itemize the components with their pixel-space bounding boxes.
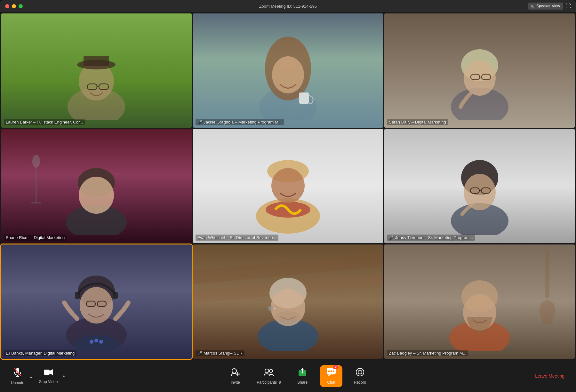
record-label: Record <box>354 380 366 385</box>
person-silhouette-8 <box>251 264 325 351</box>
name-label-5: Evan Whelchel – Sr. Director of Revenue.… <box>196 235 278 241</box>
svg-point-17 <box>32 155 40 168</box>
svg-rect-39 <box>75 292 80 299</box>
title-bar-right: ⊞ Speaker View ⛶ <box>528 3 571 10</box>
stop-video-caret-button[interactable]: ▲ <box>62 374 65 387</box>
svg-marker-75 <box>328 374 331 377</box>
name-label-4: Shane Rice — Digital Marketing <box>4 235 67 241</box>
svg-point-50 <box>275 311 301 323</box>
participants-icon <box>264 368 274 379</box>
person-silhouette-5 <box>251 146 325 235</box>
share-label: Share <box>297 380 308 385</box>
name-label-8: 🎤 Marcus Stangl– SDR <box>196 350 244 356</box>
chat-button[interactable]: 2 Chat <box>320 365 342 387</box>
record-icon <box>356 368 364 379</box>
toolbar-left-group: Unmute ▲ Stop Video ▲ <box>6 365 65 388</box>
toolbar: Unmute ▲ Stop Video ▲ <box>0 360 576 392</box>
mic-icon-8: 🎤 <box>197 351 203 356</box>
speaker-view-button[interactable]: ⊞ Speaker View <box>528 3 563 10</box>
video-tile-4: Shane Rice — Digital Marketing <box>1 129 192 243</box>
video-tile-6: 🎤 Jenny Tiemann – Sr. Marketing Program.… <box>384 129 575 243</box>
record-icon-svg <box>356 368 364 377</box>
svg-point-76 <box>328 370 330 372</box>
toolbar-center-group: Invite Participants 9 <box>224 365 371 387</box>
fullscreen-button[interactable]: ⛶ <box>566 3 571 9</box>
title-bar: Zoom Meeting ID: 511-914-295 ⊞ Speaker V… <box>0 0 576 12</box>
name-label-1: Lauren Barker – Fullstack Engineer, Cor.… <box>4 119 85 125</box>
svg-point-26 <box>271 168 305 203</box>
mic-stand-4 <box>30 152 43 209</box>
person-silhouette-6 <box>444 149 515 235</box>
participants-icon-svg <box>264 368 274 377</box>
toolbar-right-group: Leave Meeting <box>530 371 570 381</box>
video-icon-svg <box>44 368 53 376</box>
stop-video-caret-icon: ▲ <box>62 374 65 378</box>
chat-label: Chat <box>327 380 335 385</box>
video-tile-2: 🎤 Jackie Gragnola – Marketing Program M.… <box>193 13 383 128</box>
person-silhouette-7 <box>60 261 133 351</box>
svg-rect-40 <box>113 292 118 299</box>
share-button[interactable]: Share <box>291 365 314 387</box>
unmute-button[interactable]: Unmute <box>6 365 29 388</box>
stop-video-label: Stop Video <box>39 380 58 384</box>
svg-point-65 <box>232 369 236 373</box>
person-silhouette-1 <box>61 36 132 120</box>
video-icon <box>44 368 53 378</box>
invite-button[interactable]: Invite <box>224 365 246 387</box>
mic-icon-6: 🎤 <box>389 235 394 240</box>
svg-point-35 <box>80 287 113 324</box>
svg-marker-64 <box>50 369 53 375</box>
svg-point-22 <box>79 177 114 214</box>
person-silhouette-2 <box>253 33 323 120</box>
unmute-caret-button[interactable]: ▲ <box>29 375 33 388</box>
leave-meeting-button[interactable]: Leave Meeting <box>530 371 570 381</box>
share-icon <box>298 368 307 379</box>
person-silhouette-4 <box>60 152 133 235</box>
video-tile-5: Evan Whelchel – Sr. Director of Revenue.… <box>193 129 383 243</box>
svg-rect-63 <box>44 370 50 375</box>
guitar-bg-9 <box>535 250 559 330</box>
meeting-title: Zoom Meeting ID: 511-914-295 <box>259 4 317 9</box>
video-tile-1: Lauren Barker – Fullstack Engineer, Cor.… <box>1 13 192 128</box>
maximize-button[interactable] <box>19 4 23 8</box>
svg-point-68 <box>265 369 269 373</box>
invite-label: Invite <box>231 380 240 385</box>
chat-icon: 2 <box>326 368 336 379</box>
svg-point-77 <box>331 370 332 372</box>
video-tile-9: Zac Badgley – Sr. Marketing Program M... <box>384 244 575 359</box>
svg-point-78 <box>333 370 334 372</box>
svg-point-29 <box>464 174 496 210</box>
speaker-view-icon: ⊞ <box>531 4 534 8</box>
svg-point-69 <box>269 369 273 372</box>
speaker-view-label: Speaker View <box>536 4 560 8</box>
record-button[interactable]: Record <box>349 365 371 387</box>
chat-badge: 2 <box>333 365 339 369</box>
mic-muted-icon-2: 🎤 <box>197 120 203 124</box>
video-grid: Lauren Barker – Fullstack Engineer, Cor.… <box>0 12 576 360</box>
svg-point-79 <box>356 368 364 376</box>
participants-button[interactable]: Participants 9 <box>253 365 285 387</box>
name-label-2: 🎤 Jackie Gragnola – Marketing Program M.… <box>196 119 284 125</box>
name-label-6: 🎤 Jenny Tiemann – Sr. Marketing Program.… <box>387 235 475 241</box>
unmute-caret-icon: ▲ <box>29 375 33 379</box>
invite-icon <box>231 368 240 379</box>
name-label-3: Sarah Daily – Digital Marketing <box>387 119 448 125</box>
svg-point-42 <box>90 340 93 344</box>
svg-point-80 <box>358 370 362 374</box>
svg-point-51 <box>268 306 273 311</box>
close-button[interactable] <box>5 4 9 8</box>
name-label-7: LJ Banks, Manager, Digital Marketing <box>4 350 76 356</box>
svg-point-55 <box>541 311 553 325</box>
microphone-muted-icon <box>13 367 22 379</box>
stop-video-button[interactable]: Stop Video <box>35 366 62 387</box>
svg-rect-3 <box>84 56 109 66</box>
window-controls <box>5 4 23 8</box>
video-tile-8: 🎤 Marcus Stangl– SDR <box>193 244 383 359</box>
name-label-9: Zac Badgley – Sr. Marketing Program M... <box>387 350 468 356</box>
minimize-button[interactable] <box>12 4 16 8</box>
video-tile-7: LJ Banks, Manager, Digital Marketing <box>1 244 192 359</box>
svg-point-44 <box>99 340 103 344</box>
mic-icon-svg <box>13 367 22 377</box>
video-tile-3: Sarah Daily – Digital Marketing <box>384 13 575 128</box>
svg-rect-10 <box>299 92 309 104</box>
